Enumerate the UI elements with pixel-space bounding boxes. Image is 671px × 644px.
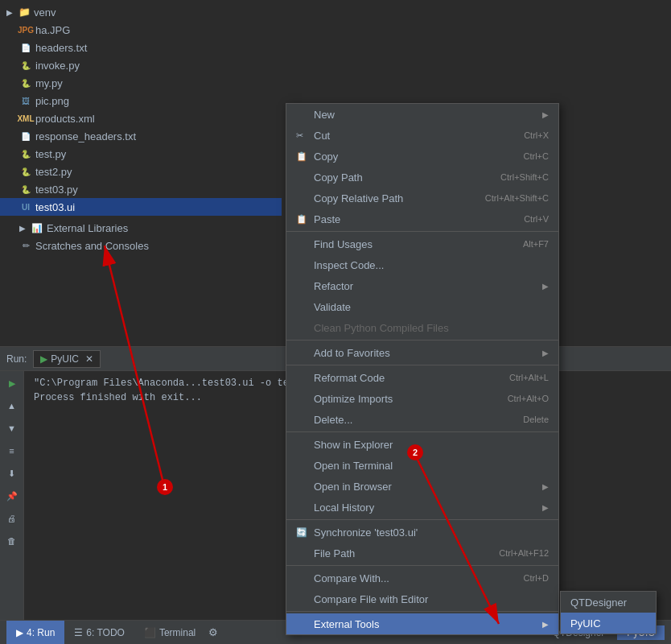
copy-rel-shortcut: Ctrl+Alt+Shift+C: [485, 193, 549, 203]
file-label: test03.py: [35, 184, 78, 196]
file-icon-jpg: JPG: [19, 23, 32, 36]
copy-icon: 📋: [296, 151, 311, 162]
file-label: products.xml: [35, 113, 95, 125]
menu-item-copy-path[interactable]: Copy Path Ctrl+Shift+C: [286, 167, 558, 188]
cut-shortcut: Ctrl+X: [524, 130, 549, 140]
menu-item-validate-label: Validate: [314, 301, 549, 313]
separator-5: [286, 519, 558, 520]
copy-path-shortcut: Ctrl+Shift+C: [500, 172, 549, 182]
tree-item-test2-py[interactable]: 🐍 test2.py: [0, 163, 282, 180]
file-icon-py: 🐍: [19, 59, 32, 72]
menu-item-copy-relative-path[interactable]: Copy Relative Path Ctrl+Alt+Shift+C: [286, 188, 558, 208]
menu-item-inspect-code[interactable]: Inspect Code...: [286, 254, 558, 275]
run-print-button[interactable]: 🖨: [3, 510, 21, 527]
tree-item-headers-txt[interactable]: 📄 headers.txt: [0, 39, 282, 56]
menu-item-compare-with[interactable]: Compare With... Ctrl+D: [286, 568, 558, 588]
tree-item-test-py[interactable]: 🐍 test.py: [0, 145, 282, 163]
qtdesigner-label: QTDesigner: [570, 597, 627, 609]
menu-item-refactor[interactable]: Refactor ▶: [286, 275, 558, 296]
file-icon-txt2: 📄: [19, 130, 32, 142]
terminal-status-icon: ⬛: [144, 627, 156, 638]
tree-item-response-headers[interactable]: 📄 response_headers.txt: [0, 127, 282, 145]
folder-icon: 📁: [18, 6, 31, 19]
menu-item-paste-label: Paste: [314, 213, 524, 225]
run-pin-button[interactable]: 📌: [3, 487, 21, 505]
submenu-item-qtdesigner[interactable]: QTDesigner: [561, 592, 656, 613]
menu-item-add-favorites[interactable]: Add to Favorites ▶: [286, 342, 558, 363]
run-tab-status-label: 4: Run: [27, 627, 55, 638]
settings-icon-btn[interactable]: ⚙: [208, 626, 218, 638]
sync-icon: 🔄: [296, 527, 311, 538]
run-sort-button[interactable]: ⬇: [3, 464, 21, 482]
menu-item-copy-label: Copy: [314, 151, 524, 163]
run-tab-close[interactable]: ✕: [85, 353, 93, 365]
file-icon-png: 🖼: [19, 94, 32, 107]
menu-item-file-path[interactable]: File Path Ctrl+Alt+F12: [286, 543, 558, 564]
file-label: my.py: [35, 77, 63, 89]
file-label: headers.txt: [35, 42, 87, 54]
submenu-item-pyuic[interactable]: PyUIC: [561, 613, 656, 634]
run-up-button[interactable]: ▲: [3, 397, 21, 415]
menu-item-clean-label: Clean Python Compiled Files: [314, 322, 549, 334]
menu-item-validate[interactable]: Validate: [286, 296, 558, 317]
run-sidebar: ▶ ▲ ▼ ≡ ⬇ 📌 🖨 🗑: [0, 371, 24, 620]
badge-1: 1: [157, 479, 173, 495]
run-down-button[interactable]: ▼: [3, 419, 21, 437]
menu-item-copy-path-label: Copy Path: [314, 171, 500, 184]
menu-item-favorites-label: Add to Favorites: [314, 347, 542, 359]
menu-item-compare-editor[interactable]: Compare File with Editor: [286, 588, 558, 609]
file-label: pic.png: [35, 95, 69, 107]
todo-icon: ☰: [74, 627, 83, 638]
menu-item-reformat[interactable]: Reformat Code Ctrl+Alt+L: [286, 367, 558, 388]
file-icon-py4: 🐍: [19, 165, 32, 178]
run-play-button[interactable]: ▶: [3, 374, 21, 392]
file-icon-xml: XML: [19, 112, 32, 125]
tree-item-products-xml[interactable]: XML products.xml: [0, 109, 282, 127]
badge-2: 2: [407, 444, 423, 460]
tree-item-invoke-py[interactable]: 🐍 invoke.py: [0, 56, 282, 74]
cut-icon: ✂: [296, 130, 311, 141]
status-tab-run[interactable]: ▶ 4: Run: [6, 621, 64, 644]
tree-item-my-py[interactable]: 🐍 my.py: [0, 74, 282, 92]
menu-item-external-tools[interactable]: External Tools ▶ QTDesigner PyUIC: [286, 613, 558, 634]
menu-item-terminal-label: Open in Terminal: [314, 460, 549, 472]
menu-item-local-history[interactable]: Local History ▶: [286, 497, 558, 518]
tree-item-test03-py[interactable]: 🐍 test03.py: [0, 180, 282, 198]
menu-item-sync-label: Synchronize 'test03.ui': [314, 526, 549, 539]
menu-item-paste[interactable]: 📋 Paste Ctrl+V: [286, 208, 558, 229]
run-tab-pyuic[interactable]: ▶ PyUIC ✕: [33, 350, 101, 368]
tree-item-external-libs[interactable]: ▶ 📊 External Libraries: [0, 219, 282, 237]
menu-item-copy[interactable]: 📋 Copy Ctrl+C: [286, 146, 558, 167]
tree-item-pic-png[interactable]: 🖼 pic.png: [0, 92, 282, 109]
tree-item-scratches[interactable]: ✏ Scratches and Consoles: [0, 237, 282, 254]
status-tab-terminal[interactable]: ⬛ Terminal: [134, 621, 205, 644]
delete-shortcut: Delete: [523, 415, 549, 424]
menu-item-browser-label: Open in Browser: [314, 481, 542, 493]
status-tab-todo[interactable]: ☰ 6: TODO: [64, 621, 134, 644]
menu-item-find-label: Find Usages: [314, 238, 523, 250]
tree-label-venv: venv: [34, 6, 56, 19]
menu-item-find-usages[interactable]: Find Usages Alt+F7: [286, 233, 558, 254]
menu-item-optimize-imports[interactable]: Optimize Imports Ctrl+Alt+O: [286, 388, 558, 409]
run-lines-button[interactable]: ≡: [3, 442, 21, 460]
menu-item-synchronize[interactable]: 🔄 Synchronize 'test03.ui': [286, 522, 558, 543]
terminal-label: Terminal: [159, 627, 196, 638]
menu-item-compare-label: Compare With...: [314, 572, 524, 584]
menu-item-new[interactable]: New ▶: [286, 104, 558, 125]
menu-item-filepath-label: File Path: [314, 547, 499, 559]
file-icon-py2: 🐍: [19, 76, 32, 89]
menu-item-open-terminal[interactable]: Open in Terminal: [286, 455, 558, 476]
reformat-shortcut: Ctrl+Alt+L: [509, 373, 549, 382]
tree-item-ha-jpg[interactable]: JPG ha.JPG: [0, 21, 282, 39]
tree-item-venv[interactable]: ▶ 📁 venv: [0, 3, 282, 21]
tree-item-test03-ui[interactable]: UI test03.ui: [0, 198, 282, 216]
menu-item-ext-tools-label: External Tools: [314, 618, 542, 630]
optimize-shortcut: Ctrl+Alt+O: [508, 394, 549, 403]
run-trash-button[interactable]: 🗑: [3, 532, 21, 550]
separator-3: [286, 365, 558, 365]
badge-2-number: 2: [413, 448, 418, 457]
ext-libs-icon: 📊: [31, 221, 43, 234]
menu-item-delete[interactable]: Delete... Delete: [286, 409, 558, 430]
menu-item-cut[interactable]: ✂ Cut Ctrl+X: [286, 125, 558, 146]
menu-item-open-browser[interactable]: Open in Browser ▶: [286, 476, 558, 497]
